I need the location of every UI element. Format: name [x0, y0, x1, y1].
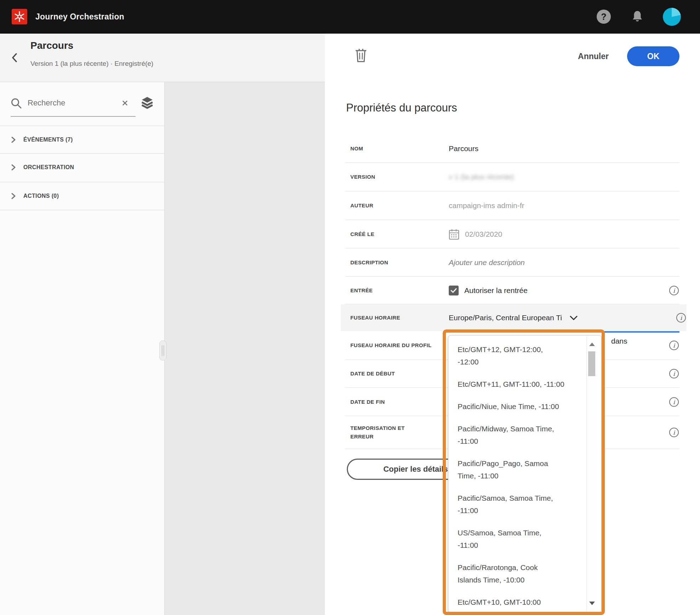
field-label: ENTRÉE: [345, 286, 449, 295]
app-switcher-grid-icon[interactable]: [563, 11, 575, 23]
timezone-option[interactable]: Pacific/Pago_Pago, Samoa Time, -11:00: [458, 457, 585, 482]
chevron-down-icon: [570, 316, 578, 320]
chevron-right-icon: [10, 164, 16, 171]
journey-canvas: [165, 82, 325, 615]
field-label: FUSEAU HORAIRE: [345, 314, 449, 322]
field-row-fuseau-horaire: FUSEAU HORAIRE Europe/Paris, Central Eur…: [341, 304, 687, 331]
journey-header: Parcours Version 1 (la plus récente) · E…: [0, 34, 325, 82]
field-row-cree-le: CRÉÉ LE 02/03/2020: [345, 220, 679, 248]
timezone-option-list: Etc/GMT+12, GMT-12:00, -12:00 Etc/GMT+11…: [448, 335, 586, 612]
created-date-value[interactable]: 02/03/2020: [465, 230, 502, 238]
scroll-down-arrow-icon[interactable]: [589, 602, 595, 605]
reentry-checkbox[interactable]: [449, 286, 459, 295]
search-row: Recherche ✕: [0, 82, 164, 126]
journey-version-status: Version 1 (la plus récente) · Enregistré…: [30, 60, 153, 68]
timezone-dropdown: Etc/GMT+12, GMT-12:00, -12:00 Etc/GMT+11…: [448, 335, 602, 613]
timezone-option[interactable]: Etc/GMT+12, GMT-12:00, -12:00: [458, 343, 585, 368]
help-icon[interactable]: ?: [597, 10, 611, 24]
profile-timezone-value-fragment: dans: [611, 337, 627, 345]
name-value[interactable]: Parcours: [449, 144, 478, 153]
field-row-version: VERSION v 1 (la plus récente): [345, 163, 679, 191]
sidebar-section-evenements[interactable]: ÉVÉNEMENTS (7): [0, 126, 165, 154]
sidebar-section-label: ÉVÉNEMENTS (7): [23, 137, 73, 143]
sidebar-section-orchestration[interactable]: ORCHESTRATION: [0, 154, 165, 181]
version-value: v 1 (la plus récente): [449, 173, 514, 181]
timezone-select-value: Europe/Paris, Central European Ti: [449, 314, 562, 322]
panel-resize-handle[interactable]: [159, 340, 167, 361]
field-label: TEMPORISATION ET ERREUR: [345, 424, 449, 441]
search-icon: [11, 98, 22, 109]
field-row-auteur: AUTEUR campaign-ims admin-fr: [345, 191, 679, 220]
timezone-select[interactable]: Europe/Paris, Central European Ti: [449, 314, 578, 322]
divider: [0, 210, 165, 210]
timezone-option[interactable]: Pacific/Rarotonga, Cook Islands Time, -1…: [458, 561, 585, 586]
timezone-option[interactable]: Etc/GMT+11, GMT-11:00, -11:00: [458, 378, 585, 390]
chevron-right-icon: [10, 137, 16, 143]
info-icon[interactable]: i: [669, 428, 679, 437]
dropdown-scrollbar[interactable]: [586, 336, 597, 611]
ok-button[interactable]: OK: [627, 46, 679, 66]
clear-search-icon[interactable]: ✕: [120, 98, 130, 108]
timezone-select-focus-line: [448, 331, 679, 333]
info-icon[interactable]: i: [669, 369, 679, 379]
field-label: FUSEAU HORAIRE DU PROFIL: [345, 341, 449, 350]
sidebar-section-label: ORCHESTRATION: [23, 164, 74, 171]
app-title: Journey Orchestration: [35, 0, 124, 34]
timezone-option[interactable]: Etc/GMT+10, GMT-10:00: [458, 596, 585, 608]
field-label: DATE DE FIN: [345, 398, 449, 406]
field-label: CRÉÉ LE: [345, 230, 449, 238]
cancel-button[interactable]: Annuler: [578, 52, 609, 61]
timezone-option[interactable]: US/Samoa, Samoa Time, -11:00: [458, 527, 585, 551]
info-icon[interactable]: i: [669, 341, 679, 350]
delete-trash-icon[interactable]: [355, 48, 369, 63]
description-input[interactable]: Ajouter une description: [449, 258, 525, 267]
field-row-nom: NOM Parcours: [345, 134, 679, 163]
info-icon[interactable]: i: [669, 397, 679, 407]
field-row-description: DESCRIPTION Ajouter une description: [345, 248, 679, 277]
scrollbar-thumb[interactable]: [588, 351, 595, 376]
panel-title: Propriétés du parcours: [346, 102, 457, 114]
notifications-bell-icon[interactable]: [630, 9, 644, 24]
field-label: DESCRIPTION: [345, 258, 449, 267]
sidebar-section-label: ACTIONS (0): [23, 193, 59, 199]
author-value: campaign-ims admin-fr: [449, 201, 524, 210]
info-icon[interactable]: i: [676, 313, 686, 323]
back-chevron-icon[interactable]: [9, 51, 20, 64]
panel-actions: Annuler OK: [578, 46, 679, 66]
reentry-checkbox-label[interactable]: Autoriser la rentrée: [464, 286, 528, 295]
user-avatar[interactable]: [663, 8, 681, 26]
field-label: AUTEUR: [345, 201, 449, 210]
palette-sidebar: Recherche ✕ ÉVÉNEMENTS (7) ORCHESTRATION…: [0, 82, 165, 615]
search-underline: [11, 116, 136, 117]
timezone-option[interactable]: Pacific/Samoa, Samoa Time, -11:00: [458, 492, 585, 517]
info-icon[interactable]: i: [669, 286, 679, 295]
journey-title: Parcours: [30, 40, 73, 51]
scroll-up-arrow-icon[interactable]: [589, 343, 595, 346]
adobe-journey-logo-icon: [12, 9, 27, 24]
top-bar: Journey Orchestration ?: [0, 0, 700, 34]
calendar-icon: [449, 229, 459, 240]
timezone-option[interactable]: Pacific/Niue, Niue Time, -11:00: [458, 400, 585, 413]
chevron-right-icon: [10, 193, 16, 199]
field-label: VERSION: [345, 173, 449, 181]
field-label: DATE DE DÉBUT: [345, 369, 449, 378]
field-label: NOM: [345, 144, 449, 153]
timezone-option[interactable]: Pacific/Midway, Samoa Time, -11:00: [458, 423, 585, 447]
sidebar-section-actions[interactable]: ACTIONS (0): [0, 182, 165, 210]
field-row-entree: ENTRÉE Autoriser la rentrée i: [345, 277, 679, 304]
layers-filter-icon[interactable]: [141, 96, 154, 110]
search-input[interactable]: Recherche: [28, 98, 65, 108]
